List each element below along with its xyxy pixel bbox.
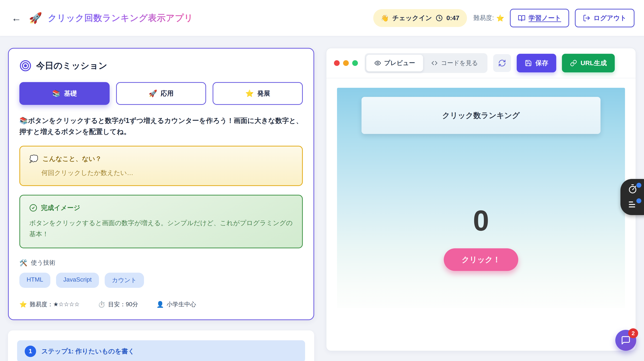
code-tab[interactable]: コードを見る: [423, 55, 486, 72]
refresh-button[interactable]: [493, 54, 511, 72]
books-icon: 📚: [52, 90, 60, 98]
mission-description-text: ボタンをクリックすると数字が1ずつ増えるカウンターを作ろう！画面に大きな数字と、…: [20, 117, 303, 136]
meta-duration: ⏱️ 目安：90分: [98, 300, 138, 308]
editor-toolbar: プレビュー コードを見る 保存 URL生成: [326, 48, 636, 78]
window-traffic-lights: [334, 60, 358, 66]
tab-applied[interactable]: 🚀 応用: [116, 82, 206, 105]
url-generate-button[interactable]: URL生成: [562, 54, 615, 72]
stopwatch-icon: [628, 184, 638, 194]
open-book-icon: [518, 14, 526, 22]
tab-advanced-label: 発展: [257, 89, 270, 98]
notification-dot: [636, 183, 641, 188]
eye-icon: [374, 60, 381, 66]
side-tools-panel: [620, 179, 644, 215]
goal-box-title-row: 完成イメージ: [29, 204, 293, 212]
person-icon: 👤: [156, 301, 164, 308]
goal-box-title: 完成イメージ: [41, 204, 80, 212]
difficulty-label: 難易度:: [474, 14, 494, 22]
view-switcher: プレビュー コードを見る: [365, 53, 488, 73]
empathy-box-title-row: 💭 こんなこと、ない？: [29, 154, 293, 163]
goal-box: 完成イメージ ボタンをクリックすると画面の数字が増える。シンプルだけど、これがプ…: [20, 195, 303, 248]
save-label: 保存: [535, 59, 548, 68]
thought-bubble-icon: 💭: [29, 155, 38, 162]
mission-description: 📚ボタンをクリックすると数字が1ずつ増えるカウンターを作ろう！画面に大きな数字と…: [20, 115, 303, 137]
steps-card: 1 ステップ1: 作りたいものを書く: [8, 330, 314, 361]
main-content: 今日のミッション 📚 基礎 🚀 応用 ⭐ 発展 📚ボタンをクリックすると数字が1…: [0, 36, 644, 361]
star-icon: ⭐: [20, 301, 27, 308]
meta-difficulty-text: 難易度：★☆☆☆☆: [30, 300, 80, 308]
notification-dot: [636, 198, 641, 203]
empathy-box-body: 何回クリックしたか数えたい…: [29, 168, 293, 177]
app-preview: クリック数ランキング 0 クリック！: [337, 88, 625, 308]
empathy-box: 💭 こんなこと、ない？ 何回クリックしたか数えたい…: [20, 146, 303, 186]
clock-icon: [436, 14, 443, 22]
rocket-icon: 🚀: [29, 13, 42, 23]
list-icon: [628, 200, 638, 210]
checkin-label: チェックイン: [392, 14, 432, 22]
meta-duration-text: 目安：90分: [108, 300, 138, 308]
tech-tag-javascript: JavaScript: [56, 273, 99, 288]
study-notes-button[interactable]: 学習ノート: [510, 9, 569, 27]
empathy-box-title: こんなこと、ない？: [42, 154, 102, 163]
url-generate-label: URL生成: [580, 59, 607, 68]
chat-unread-badge: 2: [628, 328, 638, 338]
click-me-button[interactable]: クリック！: [444, 248, 518, 271]
timer-tool-button[interactable]: [628, 184, 638, 194]
preview-wrapper: クリック数ランキング 0 クリック！: [326, 78, 636, 308]
back-button[interactable]: ←: [10, 12, 23, 24]
wave-icon: 👋: [381, 14, 389, 22]
check-circle-icon: [29, 204, 37, 212]
yellow-dot-icon: [343, 60, 349, 66]
meta-difficulty: ⭐ 難易度：★☆☆☆☆: [20, 300, 80, 308]
difficulty-indicator: 難易度: ⭐: [474, 14, 504, 22]
preview-title-card: クリック数ランキング: [362, 97, 600, 134]
star-icon: ⭐: [245, 90, 254, 98]
tech-tags: HTML JavaScript カウント: [20, 273, 303, 288]
mission-title: 今日のミッション: [36, 60, 107, 72]
meta-audience: 👤 小学生中心: [156, 300, 196, 308]
tech-label-row: 🛠️ 使う技術: [20, 258, 303, 267]
editor-panel: プレビュー コードを見る 保存 URL生成 クリック数ランキン: [326, 48, 636, 351]
click-counter: 0: [473, 206, 489, 235]
study-notes-label: 学習ノート: [528, 14, 561, 22]
tab-advanced[interactable]: ⭐ 発展: [212, 82, 303, 105]
checkin-badge: 👋 チェックイン 0:47: [373, 9, 467, 27]
stopwatch-icon: ⏱️: [98, 301, 106, 308]
rocket-icon: 🚀: [149, 90, 157, 98]
page-title: クリック回数ランキング表示アプリ: [48, 12, 193, 24]
meta-audience-text: 小学生中心: [166, 300, 196, 308]
chat-bubble-icon: [621, 335, 631, 345]
preview-tab-label: プレビュー: [384, 59, 415, 67]
preview-tab[interactable]: プレビュー: [366, 55, 423, 72]
left-column: 今日のミッション 📚 基礎 🚀 応用 ⭐ 発展 📚ボタンをクリックすると数字が1…: [8, 48, 314, 361]
code-icon: [431, 60, 438, 66]
refresh-icon: [498, 59, 506, 67]
tab-basic[interactable]: 📚 基礎: [20, 82, 110, 105]
tools-icon: 🛠️: [20, 259, 27, 266]
goal-box-body: ボタンをクリックすると画面の数字が増える。シンプルだけど、これがプログラミングの…: [29, 218, 293, 240]
star-icon: ⭐: [496, 14, 504, 22]
link-icon: [570, 60, 577, 67]
mission-tabs: 📚 基礎 🚀 応用 ⭐ 発展: [20, 82, 303, 105]
step1-title: ステップ1: 作りたいものを書く: [42, 347, 134, 356]
books-icon: 📚: [20, 117, 28, 124]
save-icon: [525, 60, 532, 67]
step1-header[interactable]: 1 ステップ1: 作りたいものを書く: [17, 340, 305, 361]
tab-applied-label: 応用: [160, 89, 174, 98]
green-dot-icon: [352, 60, 358, 66]
tech-tag-html: HTML: [20, 273, 50, 288]
tech-tag-count: カウント: [105, 273, 144, 288]
chat-button[interactable]: 2: [615, 330, 636, 351]
logout-button[interactable]: ログアウト: [575, 9, 634, 27]
mission-card: 今日のミッション 📚 基礎 🚀 応用 ⭐ 発展 📚ボタンをクリックすると数字が1…: [8, 48, 314, 320]
tab-basic-label: 基礎: [64, 89, 77, 98]
target-icon: [20, 60, 32, 72]
mission-meta: ⭐ 難易度：★☆☆☆☆ ⏱️ 目安：90分 👤 小学生中心: [20, 300, 303, 308]
step1-number-badge: 1: [25, 346, 36, 357]
save-button[interactable]: 保存: [517, 54, 556, 72]
checkin-time: 0:47: [446, 14, 459, 22]
logout-label: ログアウト: [594, 14, 626, 22]
list-tool-button[interactable]: [628, 200, 638, 210]
app-header: ← 🚀 クリック回数ランキング表示アプリ 👋 チェックイン 0:47 難易度: …: [0, 0, 644, 36]
mission-heading: 今日のミッション: [20, 60, 303, 72]
